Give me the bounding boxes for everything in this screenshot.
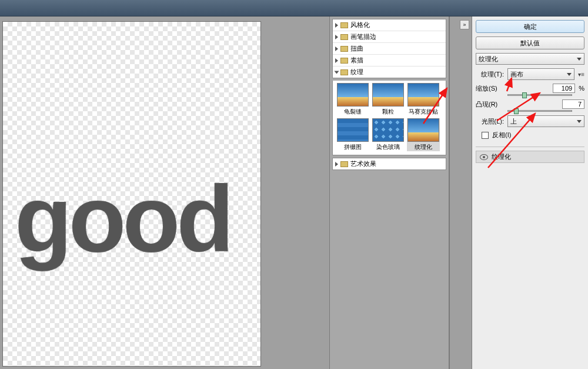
chevron-down-icon — [567, 73, 572, 76]
eye-icon[interactable] — [480, 154, 488, 160]
folder-icon — [340, 46, 348, 52]
texture-select-value: 画布 — [510, 70, 523, 79]
category-sketch[interactable]: 素描 — [333, 55, 446, 67]
thumb-label: 颗粒 — [382, 108, 394, 116]
scale-slider[interactable] — [507, 94, 572, 96]
thumb-mosaic-tiles[interactable]: 马赛克拼贴 — [407, 83, 440, 116]
filter-settings-panel: 确定 默认值 纹理化 纹理(T): 画布 ▾≡ 缩放(S) 109 — [472, 16, 588, 369]
slider-thumb[interactable] — [514, 108, 519, 114]
spacer-area — [449, 16, 472, 369]
chevron-down-icon — [577, 58, 582, 61]
chevron-down-icon — [577, 120, 582, 123]
folder-icon — [340, 69, 348, 75]
window-titlebar — [0, 0, 588, 16]
relief-input[interactable]: 7 — [562, 99, 584, 109]
filter-select-value: 纹理化 — [479, 55, 498, 64]
filter-select[interactable]: 纹理化 — [476, 53, 584, 65]
canvas-text: good — [15, 172, 230, 266]
double-chevron-icon: » — [463, 22, 466, 28]
invert-label: 反相(I) — [492, 131, 511, 139]
ok-button[interactable]: 确定 — [476, 20, 584, 33]
category-artistic[interactable]: 艺术效果 — [333, 158, 446, 169]
collapse-panels-chevron[interactable]: » — [460, 20, 469, 29]
canvas-area: good — [0, 16, 329, 369]
relief-label: 凸现(R) — [476, 100, 497, 109]
light-select[interactable]: 上 — [507, 115, 584, 127]
thumb-patchwork[interactable]: 拼缀图 — [336, 118, 369, 151]
thumb-label: 染色玻璃 — [376, 143, 400, 151]
invert-checkbox[interactable] — [482, 132, 489, 139]
category-label: 画笔描边 — [350, 32, 376, 41]
category-stylize[interactable]: 风格化 — [333, 19, 446, 31]
thumb-label: 马赛克拼贴 — [409, 108, 438, 116]
scale-input[interactable]: 109 — [553, 84, 575, 93]
scale-label: 缩放(S) — [476, 84, 497, 93]
category-label: 风格化 — [350, 21, 370, 29]
thumb-label: 拼缀图 — [344, 143, 362, 151]
light-label: 光照(L): — [476, 117, 504, 126]
thumb-label: 纹理化 — [415, 143, 432, 151]
relief-slider[interactable] — [507, 110, 572, 112]
document-canvas[interactable]: good — [2, 21, 261, 367]
thumb-label: 龟裂缝 — [344, 108, 362, 116]
folder-icon — [340, 22, 348, 28]
effect-layer-title: 纹理化 — [492, 152, 511, 161]
thumb-grain[interactable]: 颗粒 — [372, 83, 405, 116]
folder-icon — [340, 58, 348, 64]
filter-gallery-tree: 风格化 画笔描边 扭曲 素描 纹理 龟裂缝 颗粒 马赛克拼贴 拼缀图 染色玻璃 … — [329, 16, 449, 369]
slider-thumb[interactable] — [522, 92, 527, 98]
folder-icon — [340, 161, 348, 167]
category-distort[interactable]: 扭曲 — [333, 43, 446, 55]
thumb-craquelure[interactable]: 龟裂缝 — [336, 83, 369, 116]
scale-unit: % — [579, 85, 584, 92]
category-texture[interactable]: 纹理 — [333, 67, 446, 78]
effect-layer-row[interactable]: 纹理化 — [476, 151, 584, 163]
flyout-menu-icon[interactable]: ▾≡ — [578, 71, 584, 78]
category-label: 扭曲 — [350, 44, 363, 53]
texture-label: 纹理(T): — [476, 70, 504, 79]
thumb-stained-glass[interactable]: 染色玻璃 — [372, 118, 405, 151]
light-select-value: 上 — [510, 117, 517, 126]
category-brush-strokes[interactable]: 画笔描边 — [333, 31, 446, 43]
category-label: 艺术效果 — [350, 159, 376, 168]
category-label: 素描 — [350, 56, 363, 65]
category-label: 纹理 — [350, 68, 363, 77]
texture-select[interactable]: 画布 — [507, 68, 574, 80]
default-button[interactable]: 默认值 — [476, 36, 584, 49]
folder-icon — [340, 34, 348, 40]
thumb-texturizer[interactable]: 纹理化 — [407, 118, 440, 151]
